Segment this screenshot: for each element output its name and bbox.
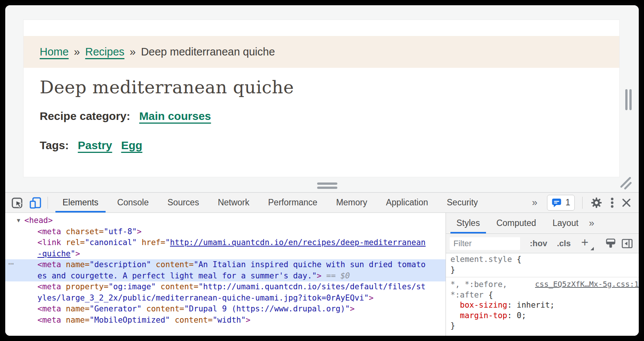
breadcrumb-recipes-link[interactable]: Recipes [85, 46, 125, 58]
styles-filter-input[interactable] [450, 237, 520, 250]
code-token-tag: <meta [37, 316, 61, 325]
breadcrumb: Home » Recipes » Deep mediterranean quic… [24, 36, 619, 68]
dom-tree-line[interactable]: <meta name="Generator" content="Drupal 9… [5, 304, 446, 315]
gear-icon[interactable] [590, 196, 603, 209]
recipe-category-row: Recipe category: Main courses [40, 110, 211, 123]
dom-tree-line[interactable]: -quiche"> [5, 248, 446, 260]
code-token-val: "Generator" [89, 304, 142, 313]
code-token-link[interactable]: -quiche [37, 249, 71, 258]
code-token-tag: > [317, 271, 322, 280]
breadcrumb-home-link[interactable]: Home [40, 46, 69, 58]
code-token-attr: charset= [61, 227, 104, 236]
styles-sidebar-tabs: StylesComputedLayout» [446, 213, 639, 234]
css-token-plain: : inherit; [507, 301, 555, 310]
recipe-category-link[interactable]: Main courses [139, 110, 211, 123]
style-rule: element.style {} [446, 254, 639, 275]
dom-tree-line-selected[interactable]: ⋯<meta name="description" content="An It… [5, 259, 446, 271]
elements-tree: ▼<head><meta charset="utf-8"><link rel="… [5, 213, 446, 336]
sidebar-tab-computed[interactable]: Computed [488, 213, 544, 233]
toggle-element-classes-button[interactable]: .cls [557, 239, 571, 248]
css-token-plain: { [484, 290, 493, 299]
code-token-val: "description" [89, 260, 151, 269]
code-token-attr: name= [61, 316, 89, 325]
close-icon[interactable] [622, 198, 631, 208]
inspect-element-icon[interactable] [11, 196, 24, 209]
css-token-plain: } [450, 321, 455, 330]
css-token-prop: margin-top [460, 311, 507, 320]
style-rule-line[interactable]: element.style { [450, 254, 639, 265]
tab-elements[interactable]: Elements [53, 193, 108, 212]
dom-tree-line[interactable]: <meta property="og:image" content="http:… [5, 281, 446, 293]
code-token-val: "og:image" [109, 282, 156, 291]
code-token-tag: <meta [37, 227, 61, 236]
device-toolbar-icon[interactable] [29, 196, 42, 209]
expand-arrow-icon[interactable]: ▼ [17, 215, 20, 226]
tab-application[interactable]: Application [377, 193, 438, 212]
tags-links: PastryEgg [69, 139, 142, 152]
tags-row: Tags: PastryEgg [40, 139, 142, 152]
line-options-icon[interactable]: ⋯ [8, 258, 14, 269]
code-token-val: "utf-8" [104, 227, 137, 236]
stylesheet-source-link[interactable]: css_EQ5zXfK…Mx-5g.css:1 [535, 280, 639, 289]
sidebar-tab-layout[interactable]: Layout [544, 213, 587, 233]
css-token-plain [450, 301, 460, 310]
web-page: Home » Recipes » Deep mediterranean quic… [23, 19, 620, 177]
styles-rules-list: element.style {}css_EQ5zXfK…Mx-5g.css:1*… [446, 253, 639, 336]
sidebar-tab-styles[interactable]: Styles [448, 213, 488, 233]
style-rule-line[interactable]: box-sizing: inherit; [450, 300, 639, 311]
tab-console[interactable]: Console [108, 193, 158, 212]
tags-label: Tags: [40, 139, 69, 152]
dom-tree-line-selected[interactable]: es and courgette. A perfect light meal f… [5, 271, 446, 282]
browser-window: Home » Recipes » Deep mediterranean quic… [5, 5, 639, 336]
page-title: Deep mediterranean quiche [40, 77, 294, 97]
kebab-menu-icon[interactable] [610, 196, 614, 209]
tab-memory[interactable]: Memory [327, 193, 377, 212]
tab-security[interactable]: Security [437, 193, 487, 212]
css-token-muted: element.style [450, 255, 512, 264]
css-token-plain: } [450, 265, 455, 274]
dom-tree-line[interactable]: <meta name="MobileOptimized" content="wi… [5, 315, 446, 326]
console-messages-badge[interactable]: 1 [547, 195, 575, 211]
code-token-tag: > [369, 293, 374, 302]
style-rule-line[interactable]: } [450, 321, 639, 331]
css-token-plain: : 0; [507, 311, 526, 320]
viewport-width-resize-handle[interactable] [629, 89, 632, 110]
code-token-val: "width" [213, 316, 246, 325]
tab-performance[interactable]: Performance [259, 193, 327, 212]
tag-link-pastry[interactable]: Pastry [78, 139, 112, 152]
code-token-eq: == [322, 271, 341, 280]
message-bubble-icon [552, 197, 562, 208]
devtools-toolbar-right: » 1 [530, 195, 639, 211]
tag-link-egg[interactable]: Egg [121, 139, 143, 152]
style-rule-line[interactable]: } [450, 265, 639, 275]
toolbar-divider [582, 197, 583, 209]
code-token-val: yles/large_3_2_2x/public/mediterranean-q… [37, 293, 369, 302]
style-rule-line[interactable]: *:after { [450, 290, 639, 301]
paint-brush-icon[interactable] [605, 238, 616, 249]
new-style-rule-button[interactable]: + [581, 237, 592, 250]
devtools-splitter-handle[interactable] [317, 182, 337, 185]
code-token-val: "An Italian inspired quiche with sun dri… [194, 260, 426, 269]
code-token-link[interactable]: http://umami.quantcdn.io/en/recipes/deep… [170, 238, 426, 247]
more-tabs-chevron-icon[interactable]: » [530, 197, 540, 208]
toggle-pseudo-classes-button[interactable]: :hov [530, 239, 547, 248]
sidebar-more-tabs-chevron-icon[interactable]: » [587, 217, 596, 229]
dom-tree-line[interactable]: <link rel="canonical" href="http://umami… [5, 237, 446, 248]
code-token-attr: content= [142, 304, 184, 313]
code-token-tag: <meta [37, 260, 61, 269]
tab-sources[interactable]: Sources [158, 193, 208, 212]
dom-tree-line[interactable]: yles/large_3_2_2x/public/mediterranean-q… [5, 293, 446, 304]
style-rule: css_EQ5zXfK…Mx-5g.css:1*, *:before,*:aft… [446, 277, 639, 331]
tab-network[interactable]: Network [209, 193, 259, 212]
collapse-panel-icon[interactable] [622, 238, 633, 249]
code-token-tag: > [350, 304, 355, 313]
code-token-val: "canonical" [85, 238, 137, 247]
code-token-val: "Drupal 9 (https://www.drupal.org)" [184, 304, 350, 313]
devtools-splitter-handle[interactable] [317, 187, 337, 189]
code-token-attr: content= [170, 316, 213, 325]
viewport-width-resize-handle[interactable] [625, 89, 628, 110]
dom-tree-line[interactable]: <meta charset="utf-8"> [5, 226, 446, 238]
dom-tree-line[interactable]: ▼<head> [5, 215, 446, 226]
code-token-val: " [165, 238, 170, 247]
style-rule-line[interactable]: margin-top: 0; [450, 311, 639, 321]
